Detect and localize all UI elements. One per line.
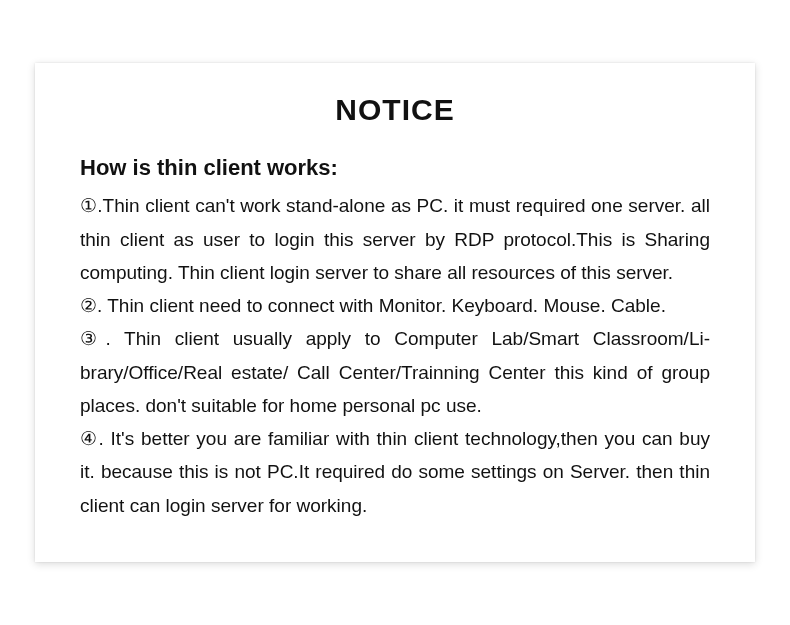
notice-item-1-text: .Thin client can't work stand-alone as P… — [80, 195, 710, 283]
circled-3-icon: ③ — [80, 328, 105, 349]
notice-card: NOTICE How is thin client works: ①.Thin … — [35, 63, 755, 562]
notice-item-3-text: . Thin client usually apply to Computer … — [80, 328, 710, 416]
notice-item-2: ②. Thin client need to connect with Moni… — [80, 289, 710, 322]
notice-item-4-text: . It's better you are familiar with thin… — [80, 428, 710, 516]
circled-4-icon: ④ — [80, 428, 99, 449]
notice-item-3: ③. Thin client usually apply to Computer… — [80, 322, 710, 422]
notice-title: NOTICE — [80, 93, 710, 127]
circled-1-icon: ① — [80, 195, 97, 216]
notice-item-2-text: . Thin client need to connect with Monit… — [97, 295, 666, 316]
notice-subtitle: How is thin client works: — [80, 155, 710, 181]
notice-item-1: ①.Thin client can't work stand-alone as … — [80, 189, 710, 289]
circled-2-icon: ② — [80, 295, 97, 316]
notice-item-4: ④. It's better you are familiar with thi… — [80, 422, 710, 522]
